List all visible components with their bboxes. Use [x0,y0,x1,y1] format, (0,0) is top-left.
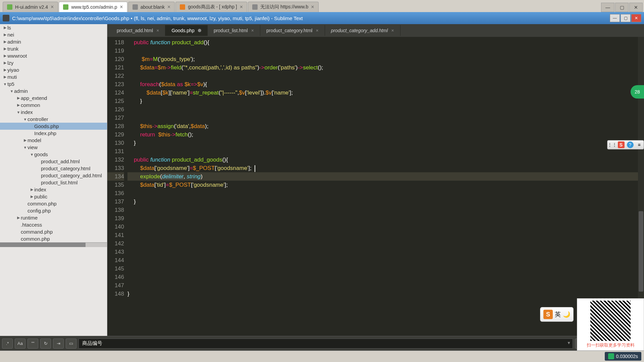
editor-tab[interactable]: product_list.html× [208,25,260,36]
sidebar-scrollbar[interactable] [0,242,107,247]
tree-arrow-icon[interactable]: ▼ [16,110,21,114]
tree-arrow-icon[interactable]: ▶ [3,33,7,37]
tree-label: nei [7,32,14,38]
code-editor[interactable]: 1181191201211221231241251261271281291301… [107,37,644,336]
tree-arrow-icon[interactable]: ▼ [30,153,34,157]
tree-arrow-icon[interactable]: ▶ [3,68,7,72]
tree-arrow-icon[interactable]: ▶ [3,25,7,30]
tree-item[interactable]: product_add.html [0,158,107,165]
close-icon[interactable]: × [51,4,54,10]
close-icon[interactable]: × [167,4,170,10]
tree-item[interactable]: ▶public [0,193,107,200]
regex-toggle[interactable]: .* [2,339,13,349]
tree-item[interactable]: product_category.html [0,165,107,172]
tree-item[interactable]: ▶index [0,186,107,193]
tree-arrow-icon[interactable]: ▶ [30,187,34,192]
tree-item[interactable]: product_list.html [0,179,107,186]
code-content[interactable]: public function product_add(){ $m=M('goo… [127,37,644,336]
editor-tab[interactable]: product_category.html× [260,25,325,36]
close-icon[interactable]: × [120,4,123,10]
close-icon[interactable]: × [251,28,254,33]
tree-arrow-icon[interactable]: ▶ [16,103,21,107]
browser-tab[interactable]: www.tp5.com/admin.p× [59,2,127,12]
tree-item[interactable]: ▼tp5 [0,80,107,87]
tree-arrow-icon[interactable]: ▶ [16,96,21,100]
editor-tab[interactable]: product_category_add.html× [325,25,400,36]
in-selection-toggle[interactable]: ⇥ [53,339,64,349]
close-icon[interactable]: × [156,28,159,33]
tree-arrow-icon[interactable]: ▶ [3,61,7,65]
tree-item[interactable]: ▼goods [0,151,107,158]
tree-item[interactable]: ▼view [0,144,107,151]
tree-item[interactable]: common.php [0,200,107,207]
tree-item[interactable]: command.php [0,228,107,235]
tree-item[interactable]: ▼controller [0,116,107,123]
tree-arrow-icon[interactable]: ▼ [3,82,7,86]
browser-tab[interactable]: about:blank× [128,2,175,12]
tree-item[interactable]: ▶lzy [0,59,107,66]
ime-language-indicator[interactable]: S 英 🌙 [540,307,574,322]
tree-item[interactable]: ▶yiyao [0,66,107,73]
close-icon[interactable]: × [316,28,318,33]
minimize-button[interactable]: — [610,14,620,22]
tree-item[interactable]: ▶app_extend [0,95,107,102]
wrap-toggle[interactable]: ↻ [40,339,51,349]
tree-item[interactable]: ▼index [0,109,107,116]
tree-item[interactable]: common.php [0,235,107,242]
tree-item[interactable]: ▶nei [0,31,107,38]
tree-arrow-icon[interactable]: ▶ [3,54,7,58]
close-button[interactable]: ✕ [631,14,641,22]
tree-item[interactable]: product_category_add.html [0,172,107,179]
tree-item[interactable]: ▶trunk [0,45,107,52]
editor-tab[interactable]: Goods.php [165,25,208,36]
tree-item[interactable]: Index.php [0,130,107,137]
maximize-button[interactable]: ▢ [621,14,631,22]
tree-arrow-icon[interactable]: ▼ [23,145,28,149]
tree-item[interactable]: ▶ls [0,24,107,31]
find-input[interactable] [78,339,573,349]
browser-tab[interactable]: H-ui.admin v2.4× [3,2,58,12]
ime-toolbar[interactable]: ⋮⋮ S ? ≡ [607,140,644,149]
chevron-down-icon[interactable]: ▼ [567,341,571,345]
tree-item[interactable]: ▼admin [0,87,107,95]
whole-word-toggle[interactable]: "" [28,339,38,349]
tree-item[interactable]: ▶admin [0,38,107,45]
highlight-toggle[interactable]: ▭ [66,339,76,349]
tree-label: Index.php [34,130,56,136]
close-icon[interactable]: × [391,28,394,33]
tab-label: product_category.html [266,28,312,33]
tree-item[interactable]: Goods.php [0,123,107,130]
browser-tab[interactable]: goods商品表 - [ xdphp ]× [175,2,247,12]
tree-item[interactable]: ▶model [0,137,107,144]
tree-item[interactable]: ▶wwwroot [0,52,107,59]
close-icon[interactable]: × [311,4,314,10]
tree-item[interactable]: ▶muti [0,73,107,80]
case-toggle[interactable]: Aa [15,339,25,349]
tree-item[interactable]: .htaccess [0,221,107,228]
minimize-icon[interactable]: — [601,3,614,12]
ime-menu-icon[interactable]: ≡ [636,141,643,148]
tree-arrow-icon[interactable]: ▶ [3,40,7,44]
browser-tab[interactable]: 无法访问 https://www.b× [248,2,319,12]
qr-overlay[interactable]: 扫一扫获取更多学习资料 [577,298,644,351]
tree-arrow-icon[interactable]: ▼ [9,89,14,93]
tree-arrow-icon[interactable]: ▶ [30,194,34,199]
tree-item[interactable]: ▶runtime [0,214,107,221]
tree-arrow-icon[interactable]: ▶ [23,138,28,142]
editor-scrollbar[interactable] [638,37,644,336]
maximize-icon[interactable]: ▢ [615,3,629,12]
tree-arrow-icon[interactable]: ▶ [16,216,21,220]
floating-badge[interactable]: 28 [631,85,644,99]
ime-s-icon[interactable]: S [618,141,625,148]
tree-item[interactable]: config.php [0,207,107,214]
tree-item[interactable]: ▶common [0,102,107,109]
ime-grip-icon[interactable]: ⋮⋮ [609,141,615,148]
tree-arrow-icon[interactable]: ▶ [3,75,7,79]
tree-arrow-icon[interactable]: ▶ [3,47,7,51]
tree-arrow-icon[interactable]: ▼ [23,117,28,121]
ime-help-icon[interactable]: ? [627,141,634,148]
file-tree-sidebar[interactable]: ▶ls▶nei▶admin▶trunk▶wwwroot▶lzy▶yiyao▶mu… [0,24,107,336]
close-icon[interactable]: × [240,4,243,10]
editor-tab[interactable]: product_add.html× [111,25,165,36]
close-icon[interactable]: ✕ [629,3,643,12]
